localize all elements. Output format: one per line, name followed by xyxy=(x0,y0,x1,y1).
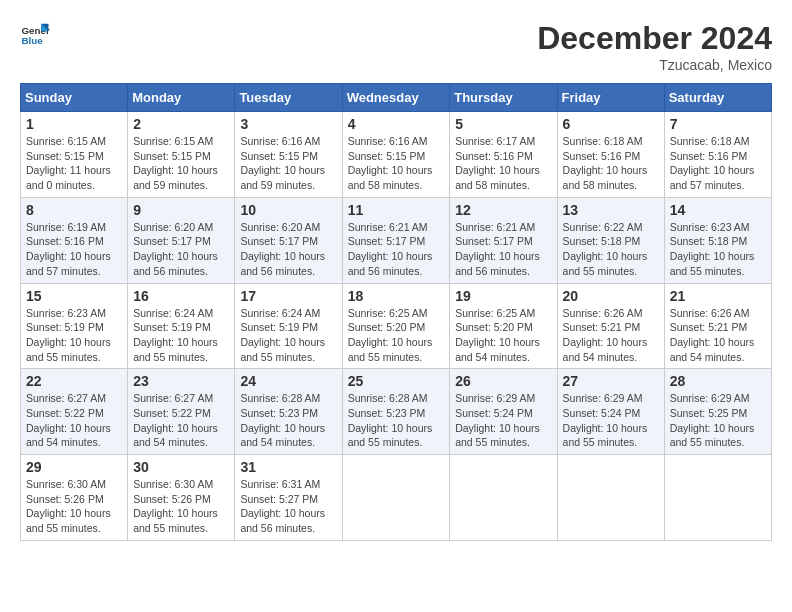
day-number: 30 xyxy=(133,459,229,475)
week-row-5: 29Sunrise: 6:30 AMSunset: 5:26 PMDayligh… xyxy=(21,455,772,541)
calendar-cell: 8Sunrise: 6:19 AMSunset: 5:16 PMDaylight… xyxy=(21,197,128,283)
calendar-cell xyxy=(557,455,664,541)
calendar-cell xyxy=(342,455,450,541)
weekday-saturday: Saturday xyxy=(664,84,771,112)
calendar-cell: 6Sunrise: 6:18 AMSunset: 5:16 PMDaylight… xyxy=(557,112,664,198)
calendar-cell: 29Sunrise: 6:30 AMSunset: 5:26 PMDayligh… xyxy=(21,455,128,541)
calendar-table: SundayMondayTuesdayWednesdayThursdayFrid… xyxy=(20,83,772,541)
day-info: Sunrise: 6:25 AMSunset: 5:20 PMDaylight:… xyxy=(455,306,551,365)
calendar-cell: 1Sunrise: 6:15 AMSunset: 5:15 PMDaylight… xyxy=(21,112,128,198)
calendar-cell: 23Sunrise: 6:27 AMSunset: 5:22 PMDayligh… xyxy=(128,369,235,455)
day-info: Sunrise: 6:26 AMSunset: 5:21 PMDaylight:… xyxy=(563,306,659,365)
day-number: 10 xyxy=(240,202,336,218)
week-row-3: 15Sunrise: 6:23 AMSunset: 5:19 PMDayligh… xyxy=(21,283,772,369)
calendar-cell: 4Sunrise: 6:16 AMSunset: 5:15 PMDaylight… xyxy=(342,112,450,198)
day-number: 13 xyxy=(563,202,659,218)
day-number: 12 xyxy=(455,202,551,218)
calendar-cell: 19Sunrise: 6:25 AMSunset: 5:20 PMDayligh… xyxy=(450,283,557,369)
day-number: 6 xyxy=(563,116,659,132)
calendar-cell xyxy=(664,455,771,541)
day-info: Sunrise: 6:30 AMSunset: 5:26 PMDaylight:… xyxy=(133,477,229,536)
day-info: Sunrise: 6:19 AMSunset: 5:16 PMDaylight:… xyxy=(26,220,122,279)
calendar-cell: 28Sunrise: 6:29 AMSunset: 5:25 PMDayligh… xyxy=(664,369,771,455)
day-info: Sunrise: 6:15 AMSunset: 5:15 PMDaylight:… xyxy=(133,134,229,193)
calendar-cell: 3Sunrise: 6:16 AMSunset: 5:15 PMDaylight… xyxy=(235,112,342,198)
location-title: Tzucacab, Mexico xyxy=(537,57,772,73)
logo: General Blue xyxy=(20,20,50,50)
day-info: Sunrise: 6:24 AMSunset: 5:19 PMDaylight:… xyxy=(240,306,336,365)
calendar-cell: 27Sunrise: 6:29 AMSunset: 5:24 PMDayligh… xyxy=(557,369,664,455)
day-info: Sunrise: 6:29 AMSunset: 5:24 PMDaylight:… xyxy=(455,391,551,450)
day-info: Sunrise: 6:28 AMSunset: 5:23 PMDaylight:… xyxy=(240,391,336,450)
day-number: 21 xyxy=(670,288,766,304)
day-number: 24 xyxy=(240,373,336,389)
day-number: 14 xyxy=(670,202,766,218)
calendar-cell: 2Sunrise: 6:15 AMSunset: 5:15 PMDaylight… xyxy=(128,112,235,198)
title-area: December 2024 Tzucacab, Mexico xyxy=(537,20,772,73)
day-info: Sunrise: 6:21 AMSunset: 5:17 PMDaylight:… xyxy=(455,220,551,279)
day-number: 3 xyxy=(240,116,336,132)
calendar-cell: 15Sunrise: 6:23 AMSunset: 5:19 PMDayligh… xyxy=(21,283,128,369)
day-number: 8 xyxy=(26,202,122,218)
day-number: 29 xyxy=(26,459,122,475)
day-number: 19 xyxy=(455,288,551,304)
day-info: Sunrise: 6:18 AMSunset: 5:16 PMDaylight:… xyxy=(563,134,659,193)
header: General Blue December 2024 Tzucacab, Mex… xyxy=(20,20,772,73)
day-number: 22 xyxy=(26,373,122,389)
day-number: 23 xyxy=(133,373,229,389)
day-number: 28 xyxy=(670,373,766,389)
week-row-2: 8Sunrise: 6:19 AMSunset: 5:16 PMDaylight… xyxy=(21,197,772,283)
calendar-cell: 10Sunrise: 6:20 AMSunset: 5:17 PMDayligh… xyxy=(235,197,342,283)
month-title: December 2024 xyxy=(537,20,772,57)
day-number: 27 xyxy=(563,373,659,389)
day-info: Sunrise: 6:26 AMSunset: 5:21 PMDaylight:… xyxy=(670,306,766,365)
weekday-friday: Friday xyxy=(557,84,664,112)
calendar-cell: 20Sunrise: 6:26 AMSunset: 5:21 PMDayligh… xyxy=(557,283,664,369)
calendar-cell: 26Sunrise: 6:29 AMSunset: 5:24 PMDayligh… xyxy=(450,369,557,455)
day-info: Sunrise: 6:23 AMSunset: 5:18 PMDaylight:… xyxy=(670,220,766,279)
day-info: Sunrise: 6:28 AMSunset: 5:23 PMDaylight:… xyxy=(348,391,445,450)
day-number: 25 xyxy=(348,373,445,389)
day-info: Sunrise: 6:15 AMSunset: 5:15 PMDaylight:… xyxy=(26,134,122,193)
day-info: Sunrise: 6:21 AMSunset: 5:17 PMDaylight:… xyxy=(348,220,445,279)
day-info: Sunrise: 6:17 AMSunset: 5:16 PMDaylight:… xyxy=(455,134,551,193)
day-info: Sunrise: 6:16 AMSunset: 5:15 PMDaylight:… xyxy=(348,134,445,193)
calendar-cell: 25Sunrise: 6:28 AMSunset: 5:23 PMDayligh… xyxy=(342,369,450,455)
day-number: 18 xyxy=(348,288,445,304)
calendar-cell: 17Sunrise: 6:24 AMSunset: 5:19 PMDayligh… xyxy=(235,283,342,369)
day-number: 20 xyxy=(563,288,659,304)
day-info: Sunrise: 6:24 AMSunset: 5:19 PMDaylight:… xyxy=(133,306,229,365)
calendar-cell: 13Sunrise: 6:22 AMSunset: 5:18 PMDayligh… xyxy=(557,197,664,283)
weekday-sunday: Sunday xyxy=(21,84,128,112)
weekday-header-row: SundayMondayTuesdayWednesdayThursdayFrid… xyxy=(21,84,772,112)
day-number: 5 xyxy=(455,116,551,132)
calendar-cell: 5Sunrise: 6:17 AMSunset: 5:16 PMDaylight… xyxy=(450,112,557,198)
day-number: 9 xyxy=(133,202,229,218)
calendar-cell: 18Sunrise: 6:25 AMSunset: 5:20 PMDayligh… xyxy=(342,283,450,369)
weekday-thursday: Thursday xyxy=(450,84,557,112)
day-info: Sunrise: 6:31 AMSunset: 5:27 PMDaylight:… xyxy=(240,477,336,536)
day-number: 15 xyxy=(26,288,122,304)
calendar-cell: 22Sunrise: 6:27 AMSunset: 5:22 PMDayligh… xyxy=(21,369,128,455)
day-number: 4 xyxy=(348,116,445,132)
calendar-cell: 14Sunrise: 6:23 AMSunset: 5:18 PMDayligh… xyxy=(664,197,771,283)
calendar-cell xyxy=(450,455,557,541)
week-row-1: 1Sunrise: 6:15 AMSunset: 5:15 PMDaylight… xyxy=(21,112,772,198)
day-number: 31 xyxy=(240,459,336,475)
day-info: Sunrise: 6:18 AMSunset: 5:16 PMDaylight:… xyxy=(670,134,766,193)
day-info: Sunrise: 6:22 AMSunset: 5:18 PMDaylight:… xyxy=(563,220,659,279)
day-info: Sunrise: 6:29 AMSunset: 5:24 PMDaylight:… xyxy=(563,391,659,450)
weekday-wednesday: Wednesday xyxy=(342,84,450,112)
week-row-4: 22Sunrise: 6:27 AMSunset: 5:22 PMDayligh… xyxy=(21,369,772,455)
calendar-cell: 21Sunrise: 6:26 AMSunset: 5:21 PMDayligh… xyxy=(664,283,771,369)
calendar-cell: 9Sunrise: 6:20 AMSunset: 5:17 PMDaylight… xyxy=(128,197,235,283)
day-info: Sunrise: 6:29 AMSunset: 5:25 PMDaylight:… xyxy=(670,391,766,450)
calendar-cell: 30Sunrise: 6:30 AMSunset: 5:26 PMDayligh… xyxy=(128,455,235,541)
svg-text:Blue: Blue xyxy=(22,35,44,46)
day-number: 1 xyxy=(26,116,122,132)
day-number: 16 xyxy=(133,288,229,304)
calendar-cell: 31Sunrise: 6:31 AMSunset: 5:27 PMDayligh… xyxy=(235,455,342,541)
day-info: Sunrise: 6:30 AMSunset: 5:26 PMDaylight:… xyxy=(26,477,122,536)
calendar-cell: 16Sunrise: 6:24 AMSunset: 5:19 PMDayligh… xyxy=(128,283,235,369)
weekday-tuesday: Tuesday xyxy=(235,84,342,112)
